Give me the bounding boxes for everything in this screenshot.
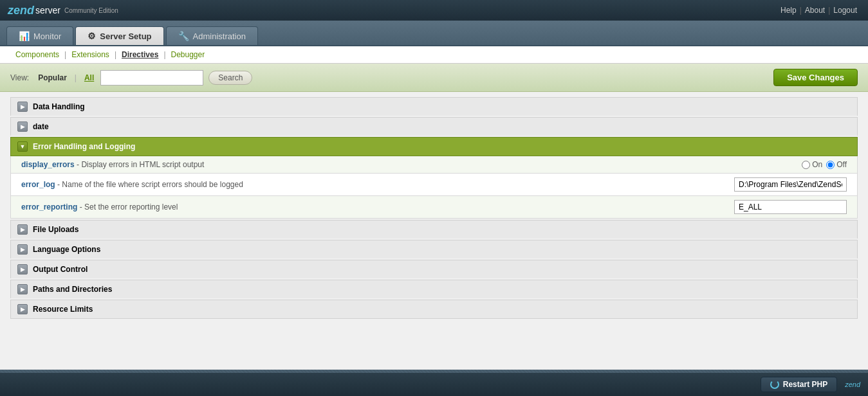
server-setup-icon: ⚙	[88, 31, 96, 41]
section-date: ▶ date	[10, 117, 858, 136]
directive-error-log: error_log - Name of the file where scrip…	[10, 174, 858, 196]
search-input[interactable]	[100, 70, 203, 86]
view-label: View:	[10, 73, 29, 82]
section-error-handling-title: Error Handling and Logging	[33, 142, 135, 151]
logo: zend server Community Edition	[8, 4, 118, 17]
section-paths-directories: ▶ Paths and Directories	[10, 280, 858, 298]
section-date-title: date	[33, 122, 49, 131]
content-area: ▶ Data Handling ▶ date ▼ Error Handling …	[0, 92, 868, 370]
display-errors-radio-group: On Off	[802, 160, 847, 169]
section-file-uploads-title: File Uploads	[33, 225, 78, 234]
radio-on[interactable]	[802, 161, 810, 169]
monitor-icon: 📊	[19, 31, 30, 41]
directive-error-reporting-name: error_reporting	[21, 203, 77, 212]
section-data-handling-header[interactable]: ▶ Data Handling	[10, 97, 858, 116]
radio-off[interactable]	[826, 161, 835, 169]
topbar: zend server Community Edition Help | Abo…	[0, 0, 868, 21]
directive-error-reporting: error_reporting - Set the error reportin…	[10, 196, 858, 219]
zend-bottom-logo: zend	[845, 381, 860, 388]
about-link[interactable]: About	[805, 6, 825, 15]
save-changes-button[interactable]: Save Changes	[773, 69, 858, 86]
administration-icon: 🔧	[178, 31, 189, 41]
restart-php-label: Restart PHP	[783, 380, 827, 389]
display-errors-control: On Off	[802, 160, 847, 169]
section-output-control-title: Output Control	[33, 265, 88, 274]
section-file-uploads: ▶ File Uploads	[10, 220, 858, 239]
expand-arrow-language-options: ▶	[17, 244, 28, 255]
logo-server: server	[35, 5, 60, 15]
view-all-button[interactable]: All	[83, 73, 95, 82]
error-log-control	[734, 177, 847, 192]
subnav-components[interactable]: Components	[10, 50, 64, 59]
radio-off-label[interactable]: Off	[826, 160, 847, 169]
help-link[interactable]: Help	[780, 6, 797, 15]
toolbar: View: Popular | All Search Save Changes	[0, 64, 868, 92]
directive-display-errors-desc: - Display errors in HTML script output	[77, 160, 204, 169]
directive-error-log-desc: - Name of the file where script errors s…	[57, 180, 243, 189]
subnav-extensions[interactable]: Extensions	[66, 50, 115, 59]
section-data-handling: ▶ Data Handling	[10, 97, 858, 116]
expand-arrow-error-handling: ▼	[17, 141, 28, 152]
directive-error-reporting-desc: - Set the error reporting level	[80, 203, 178, 212]
topbar-nav: Help | About | Logout	[777, 6, 860, 15]
tab-server-setup[interactable]: ⚙ Server Setup	[75, 26, 163, 45]
directive-display-errors: display_errors - Display errors in HTML …	[10, 156, 858, 174]
section-error-handling: ▼ Error Handling and Logging display_err…	[10, 137, 858, 219]
error-log-input[interactable]	[734, 177, 847, 192]
section-data-handling-title: Data Handling	[33, 102, 85, 111]
view-popular-button[interactable]: Popular	[37, 73, 68, 82]
section-output-control-header[interactable]: ▶ Output Control	[10, 260, 858, 278]
error-reporting-input[interactable]	[734, 200, 847, 214]
section-resource-limits-title: Resource Limits	[33, 305, 93, 314]
expand-arrow-data-handling: ▶	[17, 102, 28, 112]
expand-arrow-date: ▶	[17, 122, 28, 132]
logout-link[interactable]: Logout	[833, 6, 857, 15]
tab-administration-label: Administration	[193, 32, 246, 41]
logo-edition: Community Edition	[64, 7, 118, 14]
section-language-options: ▶ Language Options	[10, 240, 858, 258]
search-button[interactable]: Search	[208, 71, 252, 85]
expand-arrow-file-uploads: ▶	[17, 224, 28, 235]
sub-nav: Components | Extensions | Directives | D…	[0, 46, 868, 64]
restart-icon	[770, 380, 779, 389]
expand-arrow-resource-limits: ▶	[17, 304, 28, 314]
error-reporting-control	[734, 200, 847, 214]
section-file-uploads-header[interactable]: ▶ File Uploads	[10, 220, 858, 239]
radio-on-label[interactable]: On	[802, 160, 822, 169]
section-output-control: ▶ Output Control	[10, 260, 858, 278]
section-date-header[interactable]: ▶ date	[10, 117, 858, 136]
section-language-options-header[interactable]: ▶ Language Options	[10, 240, 858, 258]
expand-arrow-output-control: ▶	[17, 264, 28, 274]
section-paths-directories-title: Paths and Directories	[33, 285, 112, 294]
subnav-directives[interactable]: Directives	[116, 50, 163, 59]
main-tabs: 📊 Monitor ⚙ Server Setup 🔧 Administratio…	[0, 21, 868, 46]
tab-monitor-label: Monitor	[33, 32, 61, 41]
section-language-options-title: Language Options	[33, 245, 100, 254]
subnav-debugger[interactable]: Debugger	[166, 50, 210, 59]
logo-zend: zend	[8, 4, 34, 17]
section-resource-limits-header[interactable]: ▶ Resource Limits	[10, 300, 858, 319]
section-paths-directories-header[interactable]: ▶ Paths and Directories	[10, 280, 858, 298]
section-resource-limits: ▶ Resource Limits	[10, 300, 858, 319]
restart-php-button[interactable]: Restart PHP	[761, 377, 837, 392]
tab-administration[interactable]: 🔧 Administration	[166, 26, 258, 45]
expand-arrow-paths-directories: ▶	[17, 284, 28, 294]
tab-monitor[interactable]: 📊 Monitor	[6, 26, 73, 45]
directive-display-errors-name: display_errors	[21, 160, 75, 169]
tab-server-setup-label: Server Setup	[100, 32, 151, 41]
bottom-bar: Restart PHP zend	[0, 373, 868, 396]
section-error-handling-header[interactable]: ▼ Error Handling and Logging	[10, 137, 858, 156]
directive-error-log-name: error_log	[21, 180, 55, 189]
